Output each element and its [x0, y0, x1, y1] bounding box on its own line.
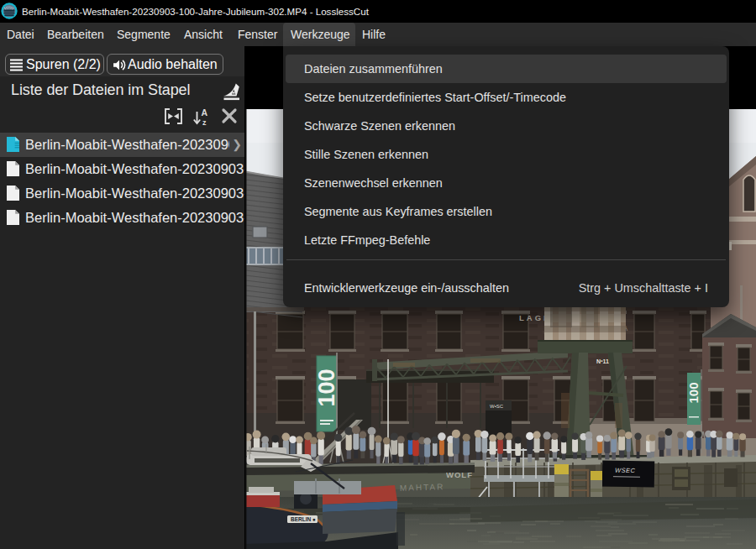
svg-text:WSEC: WSEC [615, 467, 636, 474]
svg-text:Nº11: Nº11 [596, 358, 609, 364]
svg-text:100: 100 [314, 369, 339, 406]
svg-text:WOLF: WOLF [446, 470, 473, 479]
svg-text:A: A [202, 108, 208, 118]
svg-text:z: z [202, 118, 207, 126]
svg-text:MAHTAR: MAHTAR [400, 482, 445, 493]
svg-text:100: 100 [686, 382, 701, 403]
svg-text:W•SC: W•SC [490, 404, 504, 409]
svg-text:BERLIN ●: BERLIN ● [291, 516, 316, 522]
